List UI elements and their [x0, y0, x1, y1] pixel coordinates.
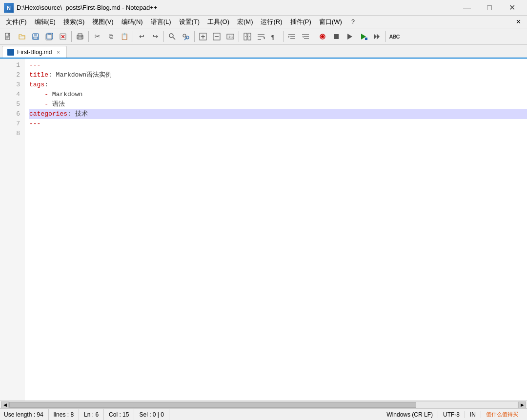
redo-button[interactable]: ↪	[149, 30, 162, 43]
code-line-3[interactable]: tags:	[29, 80, 527, 90]
status-col: Col : 15	[104, 409, 134, 420]
sync-scroll-button[interactable]	[241, 30, 254, 43]
menu-item-E[interactable]: 编辑(E)	[31, 17, 60, 27]
scroll-right-button[interactable]: ▶	[518, 401, 526, 408]
file-tab[interactable]: First-Blog.md ×	[2, 46, 67, 58]
svg-point-19	[183, 34, 186, 37]
minimize-button[interactable]: —	[456, 0, 478, 16]
copy-button[interactable]: ⧉	[104, 30, 117, 43]
word-wrap-button[interactable]	[255, 30, 267, 43]
outdent-button[interactable]	[299, 30, 312, 43]
code-line-4[interactable]: - Markdown	[29, 90, 527, 100]
menu-item-L[interactable]: 语言(L)	[147, 17, 175, 27]
line-num-7: 7	[0, 119, 24, 129]
line-num-6: 6	[0, 109, 24, 119]
status-use-length: Use length : 94	[4, 409, 49, 420]
spell-check-button[interactable]: ABC	[388, 30, 401, 43]
tab-icon	[7, 49, 14, 56]
svg-rect-5	[34, 34, 37, 36]
svg-point-16	[81, 36, 82, 37]
svg-text:1:1: 1:1	[228, 35, 233, 39]
svg-point-43	[321, 35, 324, 38]
code-line-2[interactable]: title: Markdown语法实例	[29, 70, 527, 80]
tab-close-button[interactable]: ×	[55, 49, 61, 56]
print-button[interactable]	[74, 30, 86, 43]
svg-rect-47	[365, 38, 367, 40]
sep1	[71, 31, 72, 42]
menu-item-S[interactable]: 搜索(S)	[60, 17, 88, 27]
macro-record-button[interactable]	[316, 30, 329, 43]
app-icon: N	[4, 3, 14, 13]
indent-button[interactable]	[285, 30, 298, 43]
line-num-5: 5	[0, 100, 24, 109]
code-line-7[interactable]: ---	[29, 119, 527, 129]
save-button[interactable]	[29, 30, 42, 43]
menu-item-W[interactable]: 窗口(W)	[315, 17, 346, 27]
sep7	[283, 31, 284, 42]
code-line-8[interactable]	[29, 129, 527, 139]
line-num-8: 8	[0, 129, 24, 139]
status-encoding: UTF-8	[438, 411, 465, 418]
svg-line-18	[173, 37, 175, 40]
menu-item-N[interactable]: 编码(N)	[118, 17, 147, 27]
code-area[interactable]: ---title: Markdown语法实例tags: - Markdown -…	[24, 59, 527, 400]
macro-stop-button[interactable]	[330, 30, 343, 43]
svg-text:¶: ¶	[271, 34, 274, 40]
scroll-track[interactable]	[9, 401, 518, 408]
menu-item-[interactable]: ？	[346, 17, 360, 27]
scroll-thumb[interactable]	[9, 402, 416, 408]
sep8	[314, 31, 314, 42]
all-chars-button[interactable]: ¶	[268, 30, 281, 43]
sep6	[239, 31, 239, 42]
menu-item-R[interactable]: 运行(R)	[257, 17, 286, 27]
restore-zoom-button[interactable]: 1:1	[224, 30, 237, 43]
svg-rect-44	[334, 34, 339, 39]
editor-area: 12345678 ---title: Markdown语法实例tags: - M…	[0, 59, 527, 400]
find-button[interactable]	[166, 30, 179, 43]
horizontal-scrollbar[interactable]: ◀ ▶	[0, 400, 527, 408]
close-button-tb[interactable]	[57, 30, 69, 43]
menu-item-F[interactable]: 文件(F)	[2, 17, 31, 27]
cut-button[interactable]: ✂	[91, 30, 103, 43]
code-line-5[interactable]: - 语法	[29, 100, 527, 109]
scroll-left-button[interactable]: ◀	[1, 401, 9, 408]
line-num-1: 1	[0, 60, 24, 70]
title-bar: N D:\Hexo\source\_posts\First-Blog.md - …	[0, 0, 527, 16]
macro-run-button[interactable]	[371, 30, 384, 43]
toolbar: ✂ ⧉ 📋 ↩ ↪ 1:1 ¶	[0, 28, 527, 45]
svg-marker-45	[347, 34, 352, 40]
open-button[interactable]	[16, 30, 28, 43]
menu-close-button[interactable]: ✕	[512, 18, 525, 25]
zoom-in-button[interactable]	[197, 30, 209, 43]
window-title: D:\Hexo\source\_posts\First-Blog.md - No…	[17, 4, 456, 11]
sep5	[194, 31, 195, 42]
zoom-out-button[interactable]	[210, 30, 223, 43]
code-line-1[interactable]: ---	[29, 60, 527, 70]
new-button[interactable]	[2, 30, 15, 43]
close-button[interactable]: ✕	[501, 0, 523, 16]
menu-item-O[interactable]: 工具(O)	[203, 17, 233, 27]
code-line-6[interactable]: categories: 技术	[29, 109, 527, 119]
status-bar: Use length : 94 lines : 8 Ln : 6 Col : 1…	[0, 408, 527, 420]
line-num-2: 2	[0, 70, 24, 80]
status-sel: Sel : 0 | 0	[134, 409, 169, 420]
sep3	[133, 31, 133, 42]
svg-marker-49	[377, 34, 380, 40]
tab-label: First-Blog.md	[17, 49, 52, 56]
macro-save-button[interactable]	[357, 30, 370, 43]
macro-play-button[interactable]	[344, 30, 356, 43]
menu-item-T[interactable]: 设置(T)	[175, 17, 204, 27]
maximize-button[interactable]: □	[478, 0, 501, 16]
undo-button[interactable]: ↩	[135, 30, 148, 43]
status-ln: Ln : 6	[79, 409, 104, 420]
menu-item-M[interactable]: 宏(M)	[233, 17, 257, 27]
line-numbers: 12345678	[0, 59, 24, 400]
sep9	[385, 31, 386, 42]
menu-item-P[interactable]: 插件(P)	[286, 17, 315, 27]
menu-bar: 文件(F)编辑(E)搜索(S)视图(V)编码(N)语言(L)设置(T)工具(O)…	[0, 16, 527, 28]
paste-button[interactable]: 📋	[118, 30, 131, 43]
replace-button[interactable]	[180, 30, 192, 43]
menu-item-V[interactable]: 视图(V)	[88, 17, 117, 27]
save-all-button[interactable]	[43, 30, 56, 43]
status-ins: IN	[465, 411, 481, 418]
